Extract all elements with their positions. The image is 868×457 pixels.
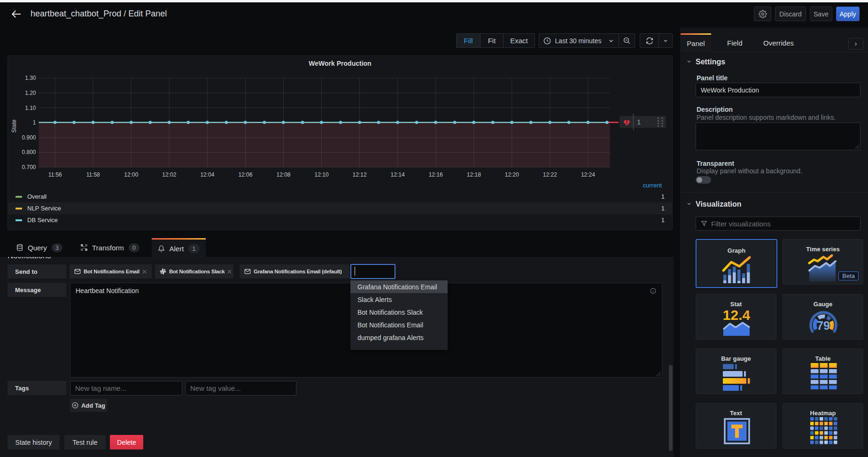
svg-text:12:14: 12:14	[391, 171, 405, 178]
svg-text:11:56: 11:56	[48, 171, 62, 178]
svg-text:12:16: 12:16	[429, 171, 443, 178]
svg-text:12:10: 12:10	[315, 171, 329, 178]
svg-text:12.4: 12.4	[723, 307, 750, 323]
svg-text:11:58: 11:58	[86, 171, 100, 178]
svg-text:12:12: 12:12	[353, 171, 367, 178]
svg-text:1.20: 1.20	[25, 90, 36, 96]
svg-text:12:20: 12:20	[505, 171, 519, 178]
svg-text:1: 1	[33, 119, 36, 126]
svg-text:0.900: 0.900	[22, 134, 36, 141]
svg-text:12:24: 12:24	[581, 171, 595, 178]
svg-text:12:22: 12:22	[543, 171, 557, 178]
svg-text:12:18: 12:18	[467, 171, 481, 178]
svg-text:State: State	[11, 119, 17, 132]
svg-text:1: 1	[637, 118, 641, 126]
svg-text:12:06: 12:06	[238, 171, 252, 178]
svg-text:1.10: 1.10	[25, 105, 36, 111]
svg-text:12:00: 12:00	[124, 171, 138, 178]
svg-text:79: 79	[817, 319, 830, 332]
svg-text:0.700: 0.700	[22, 164, 36, 170]
svg-text:1.30: 1.30	[25, 75, 36, 81]
svg-text:12:04: 12:04	[200, 171, 214, 178]
svg-text:12:08: 12:08	[276, 171, 290, 178]
svg-text:0.800: 0.800	[22, 149, 36, 155]
svg-text:12:02: 12:02	[162, 171, 176, 178]
